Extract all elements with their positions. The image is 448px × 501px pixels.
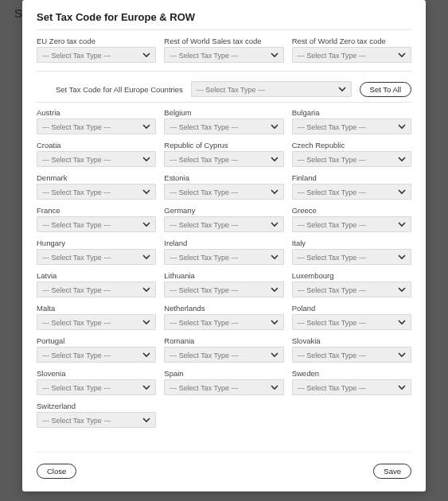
chevron-down-icon [271,155,279,163]
select-placeholder: --- Select Tax Type --- [298,188,366,196]
eu-zero-label: EU Zero tax code [37,37,156,45]
country-select-italy[interactable]: --- Select Tax Type --- [292,249,411,265]
country-row: Portugal--- Select Tax Type ---Romania--… [37,334,411,363]
select-placeholder: --- Select Tax Type --- [169,384,238,392]
select-placeholder: --- Select Tax Type --- [169,351,238,359]
country-select-republic-of-cyprus[interactable]: --- Select Tax Type --- [164,151,283,167]
chevron-down-icon [271,253,279,261]
country-row: Malta--- Select Tax Type ---Netherlands-… [37,301,411,330]
country-select-portugal[interactable]: --- Select Tax Type --- [37,347,156,363]
country-select-malta[interactable]: --- Select Tax Type --- [37,314,156,330]
country-select-sweden[interactable]: --- Select Tax Type --- [292,379,411,395]
chevron-down-icon [398,51,406,59]
country-row: Denmark--- Select Tax Type ---Estonia---… [37,171,411,200]
country-select-bulgaria[interactable]: --- Select Tax Type --- [292,118,411,134]
chevron-down-icon [271,318,279,326]
country-select-netherlands[interactable]: --- Select Tax Type --- [164,314,283,330]
select-placeholder: --- Select Tax Type --- [298,123,366,131]
eu-zero-select[interactable]: --- Select Tax Type --- [37,47,156,63]
select-placeholder: --- Select Tax Type --- [298,351,366,359]
country-select-hungary[interactable]: --- Select Tax Type --- [37,249,156,265]
chevron-down-icon [142,188,150,196]
country-label: Luxembourg [292,271,411,280]
country-label: Ireland [164,239,283,247]
chevron-down-icon [271,188,279,196]
modal-footer: Close Save [37,452,411,491]
select-placeholder: --- Select Tax Type --- [42,188,111,196]
row-zero-select[interactable]: --- Select Tax Type --- [292,47,411,63]
country-select-austria[interactable]: --- Select Tax Type --- [37,118,156,134]
country-select-finland[interactable]: --- Select Tax Type --- [292,184,411,200]
chevron-down-icon [142,122,150,130]
country-select-estonia[interactable]: --- Select Tax Type --- [164,184,283,200]
chevron-down-icon [338,85,346,93]
country-select-switzerland[interactable]: --- Select Tax Type --- [37,412,156,428]
country-select-germany[interactable]: --- Select Tax Type --- [164,216,283,232]
country-label: Malta [37,304,156,313]
chevron-down-icon [271,220,279,228]
divider [37,71,411,72]
country-select-slovenia[interactable]: --- Select Tax Type --- [37,379,156,395]
country-label: Italy [292,239,411,247]
country-row: France--- Select Tax Type ---Germany--- … [37,204,411,232]
chevron-down-icon [398,285,406,293]
set-all-select[interactable]: --- Select Tax Type --- [191,81,352,97]
chevron-down-icon [142,253,150,261]
countries-grid: Austria--- Select Tax Type ---Belgium---… [37,106,411,449]
save-button[interactable]: Save [373,464,411,479]
country-select-slovakia[interactable]: --- Select Tax Type --- [292,347,411,363]
country-label: Greece [292,206,411,215]
select-placeholder: --- Select Tax Type --- [298,156,366,164]
country-select-luxembourg[interactable]: --- Select Tax Type --- [292,282,411,297]
country-select-greece[interactable]: --- Select Tax Type --- [292,216,411,232]
country-select-belgium[interactable]: --- Select Tax Type --- [164,118,283,134]
select-placeholder: --- Select Tax Type --- [298,286,366,294]
country-select-czech-republic[interactable]: --- Select Tax Type --- [292,151,411,167]
country-select-romania[interactable]: --- Select Tax Type --- [164,347,283,363]
select-placeholder: --- Select Tax Type --- [169,188,238,196]
chevron-down-icon [142,351,150,359]
chevron-down-icon [142,51,150,59]
top-selects-row: EU Zero tax code --- Select Tax Type ---… [37,37,411,63]
country-label: Lithuania [164,271,283,280]
select-placeholder: --- Select Tax Type --- [42,123,111,131]
select-placeholder: --- Select Tax Type --- [42,156,111,164]
country-row: Switzerland--- Select Tax Type ---.... [37,399,411,428]
country-label: Poland [292,304,411,313]
chevron-down-icon [398,122,406,130]
country-select-poland[interactable]: --- Select Tax Type --- [292,314,411,330]
country-select-ireland[interactable]: --- Select Tax Type --- [164,249,283,265]
select-placeholder: --- Select Tax Type --- [42,417,111,425]
country-select-lithuania[interactable]: --- Select Tax Type --- [164,282,283,297]
country-select-denmark[interactable]: --- Select Tax Type --- [37,184,156,200]
country-row: Latvia--- Select Tax Type ---Lithuania--… [37,269,411,297]
chevron-down-icon [271,51,279,59]
country-select-croatia[interactable]: --- Select Tax Type --- [37,151,156,167]
divider [37,102,411,103]
country-select-spain[interactable]: --- Select Tax Type --- [164,379,283,395]
country-row: Hungary--- Select Tax Type ---Ireland---… [37,236,411,265]
country-label: Republic of Cyprus [164,141,283,150]
row-sales-select[interactable]: --- Select Tax Type --- [164,47,283,63]
country-label: Latvia [37,271,156,280]
chevron-down-icon [398,318,406,326]
country-select-france[interactable]: --- Select Tax Type --- [37,216,156,232]
set-to-all-button[interactable]: Set To All [360,82,411,97]
select-placeholder: --- Select Tax Type --- [169,254,238,262]
country-label: Slovakia [292,336,411,345]
row-zero-label: Rest of World Zero tax code [292,37,411,45]
close-button[interactable]: Close [37,464,76,479]
chevron-down-icon [398,220,406,228]
country-label: Romania [164,336,283,345]
country-row: Slovenia--- Select Tax Type ---Spain--- … [37,367,411,395]
country-label: Finland [292,173,411,182]
country-label: Denmark [37,173,156,182]
country-label: Belgium [164,108,283,117]
chevron-down-icon [398,351,406,359]
select-placeholder: --- Select Tax Type --- [42,286,111,294]
chevron-down-icon [271,351,279,359]
country-select-latvia[interactable]: --- Select Tax Type --- [37,282,156,297]
select-placeholder: --- Select Tax Type --- [42,319,111,327]
country-label: Czech Republic [292,141,411,150]
set-all-label: Set Tax Code for All Europe Countries [56,85,183,94]
